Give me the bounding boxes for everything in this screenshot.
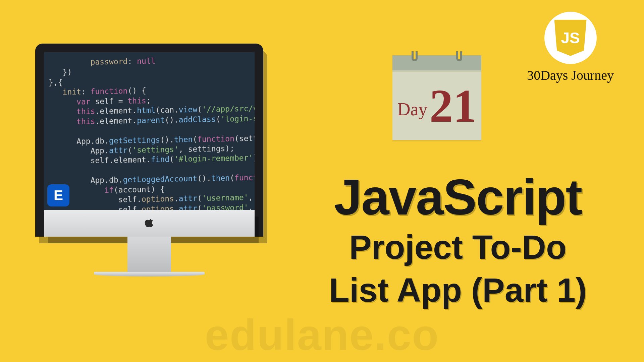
- journey-caption: 30Days Journey: [527, 67, 614, 83]
- calendar-day-label: Day: [397, 99, 428, 120]
- js-circle: JS: [544, 12, 597, 64]
- js-shield-text: JS: [561, 29, 580, 47]
- monitor-chin: [44, 210, 255, 237]
- headline-subtitle-line2: List App (Part 1): [292, 270, 624, 310]
- apple-logo-icon: [145, 218, 154, 229]
- journey-badge: JS 30Days Journey: [527, 12, 614, 83]
- calendar-day-number: 21: [429, 82, 476, 129]
- calendar-badge: Day 21: [392, 55, 481, 140]
- javascript-shield-icon: JS: [554, 20, 587, 56]
- headline-title: JavaScript: [292, 171, 624, 224]
- imac-mockup: password: null }) },{ init: function() {…: [35, 44, 263, 277]
- calendar-body: Day 21: [392, 70, 481, 140]
- calendar-ring-icon: [456, 51, 462, 61]
- code-sample: password: null }) },{ init: function() {…: [44, 52, 255, 210]
- watermark-text: edulane.co: [205, 310, 439, 360]
- stand-neck: [127, 237, 171, 272]
- edulane-badge-letter: E: [54, 188, 63, 202]
- calendar-header: [392, 55, 481, 70]
- edulane-badge-icon: E: [47, 184, 69, 206]
- monitor-bezel: password: null }) },{ init: function() {…: [35, 44, 263, 237]
- stand-foot: [94, 272, 205, 277]
- calendar-ring-icon: [412, 51, 418, 61]
- monitor-stand: [35, 237, 263, 277]
- headline-subtitle-line1: Project To-Do: [292, 227, 624, 267]
- monitor-screen: password: null }) },{ init: function() {…: [44, 52, 255, 210]
- headline-block: JavaScript Project To-Do List App (Part …: [292, 171, 624, 310]
